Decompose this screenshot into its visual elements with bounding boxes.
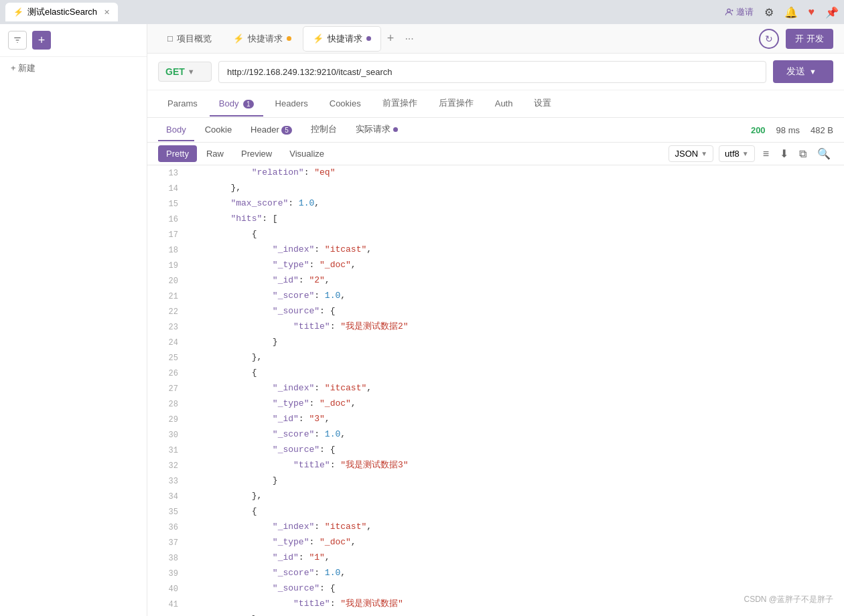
code-line: 25 }, bbox=[147, 350, 844, 366]
code-line: 21 "_score": 1.0, bbox=[147, 289, 844, 304]
req-tab-post[interactable]: 后置操作 bbox=[429, 90, 483, 117]
line-number: 29 bbox=[158, 412, 178, 427]
invite-label: 邀请 bbox=[736, 6, 754, 18]
add-button[interactable]: + bbox=[32, 31, 51, 50]
line-content: "_type": "_doc", bbox=[189, 258, 356, 273]
code-viewer[interactable]: 13 "relation": "eq"14 },15 "max_score": … bbox=[147, 165, 844, 616]
code-line: 40 "_source": { bbox=[147, 581, 844, 597]
method-selector[interactable]: GET ▼ bbox=[158, 62, 212, 82]
code-line: 36 "_index": "itcast", bbox=[147, 520, 844, 535]
sidebar-new-label: + 新建 bbox=[11, 62, 36, 74]
settings-icon[interactable]: ⚙ bbox=[764, 6, 774, 19]
code-line: 38 "_id": "1", bbox=[147, 550, 844, 566]
req-tab-settings[interactable]: 设置 bbox=[524, 90, 561, 117]
line-number: 25 bbox=[158, 350, 178, 366]
notification-icon[interactable]: 🔔 bbox=[784, 6, 798, 19]
heart-icon[interactable]: ♥ bbox=[808, 6, 815, 18]
app-body: + + 新建 □ 项目概览 ⚡ 快捷请求 ⚡ 快捷请求 + ··· bbox=[0, 24, 844, 616]
format-selector[interactable]: JSON ▼ bbox=[669, 145, 713, 162]
line-content: "_id": "1", bbox=[189, 550, 330, 565]
copy-button[interactable]: ⧉ bbox=[796, 147, 809, 161]
invite-btn[interactable]: 邀请 bbox=[724, 6, 754, 18]
code-line: 30 "_score": 1.0, bbox=[147, 427, 844, 443]
open-dev-button[interactable]: 开 开发 bbox=[786, 29, 833, 49]
overview-icon: □ bbox=[167, 33, 173, 44]
line-number: 14 bbox=[158, 181, 178, 196]
req-tab-params[interactable]: Params bbox=[158, 92, 207, 117]
line-number: 24 bbox=[158, 335, 178, 350]
line-number: 22 bbox=[158, 304, 178, 319]
req-tab-pre[interactable]: 前置操作 bbox=[373, 90, 427, 117]
resp-tab-cookie[interactable]: Cookie bbox=[197, 119, 240, 141]
resp-tab-header[interactable]: Header 5 bbox=[242, 119, 300, 141]
tab-more-button[interactable]: ··· bbox=[401, 33, 417, 45]
code-line: 41 "title": "我是测试数据" bbox=[147, 597, 844, 612]
encoding-selector[interactable]: utf8 ▼ bbox=[719, 145, 755, 162]
header-badge: 5 bbox=[281, 126, 292, 135]
url-input[interactable] bbox=[218, 61, 766, 83]
line-number: 21 bbox=[158, 289, 178, 304]
sidebar: + + 新建 bbox=[0, 24, 147, 616]
line-content: "_source": { bbox=[189, 443, 335, 457]
line-content: "_source": { bbox=[189, 581, 335, 596]
title-bar: ⚡ 测试elasticSearch ✕ 邀请 ⚙ 🔔 ♥ 📌 bbox=[0, 0, 844, 24]
line-content: "title": "我是测试数据" bbox=[189, 597, 403, 611]
req-tab-headers[interactable]: Headers bbox=[266, 92, 318, 117]
method-label: GET bbox=[165, 66, 185, 77]
sidebar-new-item[interactable]: + 新建 bbox=[0, 57, 147, 80]
line-number: 20 bbox=[158, 273, 178, 289]
filter-button[interactable] bbox=[8, 31, 27, 50]
req-tab-cookies[interactable]: Cookies bbox=[320, 92, 370, 117]
code-line: 26 { bbox=[147, 366, 844, 381]
sidebar-top: + bbox=[0, 24, 147, 57]
tab-quick2[interactable]: ⚡ 快捷请求 bbox=[303, 27, 380, 51]
resp-tab-actual[interactable]: 实际请求 bbox=[348, 118, 406, 142]
title-tab-close-icon[interactable]: ✕ bbox=[104, 8, 110, 17]
title-tab[interactable]: ⚡ 测试elasticSearch ✕ bbox=[5, 3, 118, 21]
req-tab-body[interactable]: Body 1 bbox=[210, 92, 263, 117]
code-line: 42 } bbox=[147, 612, 844, 616]
line-number: 17 bbox=[158, 227, 178, 242]
line-content: }, bbox=[189, 181, 241, 196]
view-tab-visualize[interactable]: Visualize bbox=[281, 145, 332, 162]
method-chevron-icon: ▼ bbox=[188, 68, 195, 76]
search-button[interactable]: 🔍 bbox=[815, 146, 833, 161]
resp-tab-body[interactable]: Body bbox=[158, 119, 194, 141]
line-content: } bbox=[189, 612, 257, 616]
title-tab-label: 测试elasticSearch bbox=[27, 6, 97, 18]
line-number: 42 bbox=[158, 612, 178, 616]
tab-add-button[interactable]: + bbox=[383, 31, 399, 46]
download-button[interactable]: ⬇ bbox=[777, 146, 791, 161]
view-tab-pretty[interactable]: Pretty bbox=[158, 145, 197, 162]
line-content: "_index": "itcast", bbox=[189, 520, 372, 534]
actual-dot bbox=[393, 127, 398, 132]
tab-quick1[interactable]: ⚡ 快捷请求 bbox=[224, 27, 301, 51]
line-number: 32 bbox=[158, 458, 178, 473]
wrap-button[interactable]: ≡ bbox=[760, 147, 772, 161]
refresh-button[interactable]: ↻ bbox=[759, 29, 779, 49]
view-tab-preview[interactable]: Preview bbox=[233, 145, 280, 162]
view-tabs-bar: Pretty Raw Preview Visualize JSON ▼ utf8… bbox=[147, 143, 844, 165]
code-line: 23 "title": "我是测试数据2" bbox=[147, 319, 844, 335]
tab-overview[interactable]: □ 项目概览 bbox=[158, 27, 221, 51]
send-button[interactable]: 发送 ▼ bbox=[773, 60, 833, 83]
resp-tab-console[interactable]: 控制台 bbox=[303, 118, 345, 142]
tab-quick2-label: 快捷请求 bbox=[328, 33, 362, 45]
line-number: 26 bbox=[158, 366, 178, 381]
code-line: 31 "_source": { bbox=[147, 443, 844, 458]
response-status: 200 98 ms 482 B bbox=[751, 125, 833, 135]
line-number: 16 bbox=[158, 212, 178, 227]
status-time: 98 ms bbox=[776, 125, 800, 135]
req-tab-auth[interactable]: Auth bbox=[486, 92, 522, 117]
view-tab-raw[interactable]: Raw bbox=[198, 145, 232, 162]
code-line: 19 "_type": "_doc", bbox=[147, 258, 844, 273]
code-line: 35 { bbox=[147, 504, 844, 520]
code-line: 18 "_index": "itcast", bbox=[147, 242, 844, 258]
tab-icon: ⚡ bbox=[13, 7, 23, 17]
bookmark-icon[interactable]: 📌 bbox=[825, 6, 839, 19]
line-number: 39 bbox=[158, 566, 178, 581]
line-content: "_type": "_doc", bbox=[189, 535, 356, 550]
line-content: { bbox=[189, 366, 257, 380]
line-content: "_index": "itcast", bbox=[189, 242, 372, 257]
line-content: "_id": "2", bbox=[189, 273, 330, 288]
